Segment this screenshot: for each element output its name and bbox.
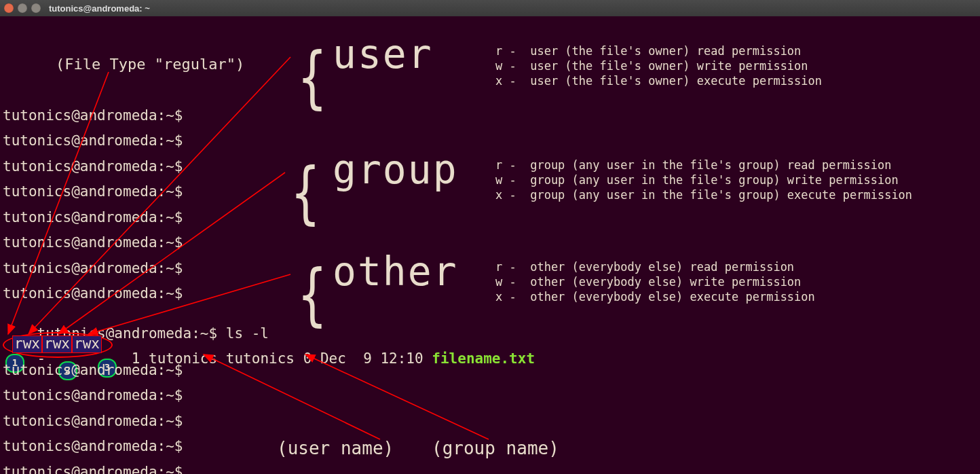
terminal-body[interactable]: (File Type "regular") tutonics@andromeda… [0,16,980,474]
user-description: r - user (the file's owner) read permiss… [495,43,822,88]
file-date: Dec 9 12:10 [320,350,423,367]
prompt-line: tutonics@andromeda:~$ [3,109,183,123]
prompt-line: tutonics@andromeda:~$ [3,185,183,199]
prompt-line: tutonics@andromeda:~$ [3,211,183,225]
group-name: tutonics [226,350,295,367]
group-heading: group [333,147,458,193]
other-heading: other [333,249,458,295]
perm-user-box: rwx [12,335,42,353]
prompt-line: tutonics@andromeda:~$ [3,287,183,301]
prompt-line: tutonics@andromeda:~$ [3,439,183,454]
prompt-line: tutonics@andromeda:~$ [3,363,183,378]
file-size: 0 [303,350,312,367]
prompt-line: tutonics@andromeda:~$ [3,236,183,250]
user-name-annotation: (user name) [277,439,394,457]
user-heading: user [333,31,433,77]
brace-icon: { [298,274,326,315]
prompt-line: tutonics@andromeda:~$ [3,465,183,474]
group-name-annotation: (group name) [432,439,559,457]
perm-group-box: rwx [42,335,72,353]
prompt-line: tutonics@andromeda:~$ [3,134,183,148]
prompt-line: tutonics@andromeda:~$ [3,388,183,403]
brace-icon: { [291,172,320,213]
group-description: r - group (any user in the file's group)… [495,158,912,202]
minimize-icon[interactable] [18,3,27,13]
window-title: tutonics@andromeda: ~ [49,3,150,14]
other-description: r - other (everybody else) read permissi… [495,259,815,304]
brace-icon: { [298,57,326,98]
prompt-line: tutonics@andromeda:~$ [3,261,183,276]
close-icon[interactable] [4,3,14,13]
perm-other-box: rwx [72,335,102,353]
prompt-line: tutonics@andromeda:~$ [3,160,183,174]
prompt-line: tutonics@andromeda:~$ [3,414,183,429]
file-type-annotation: (File Type "regular") [56,57,244,72]
maximize-icon[interactable] [31,3,41,13]
filename: filename.txt [432,350,535,367]
window-titlebar: tutonics@andromeda: ~ [0,0,980,16]
